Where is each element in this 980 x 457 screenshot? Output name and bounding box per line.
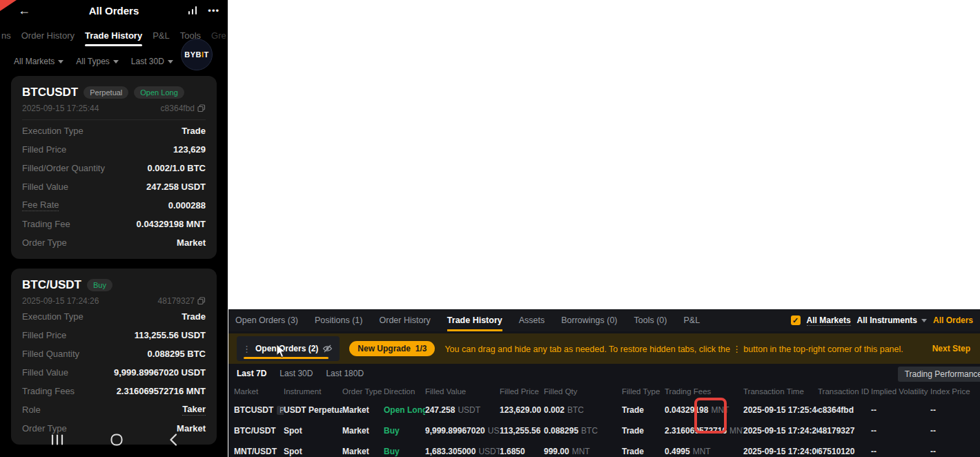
detail-row-filled-order-quantity: Filled/Order Quantity0.002/1.0 BTC [22, 159, 206, 177]
caret-down-icon [921, 319, 927, 322]
all-markets-label[interactable]: All Markets [807, 315, 851, 326]
cell-value: Spot [284, 426, 302, 436]
detail-row-fee-rate: Fee Rate0.000288 [22, 196, 206, 215]
mobile-filter-all-types[interactable]: All Types [76, 57, 118, 66]
mobile-tab-gre[interactable]: Gre [211, 30, 226, 41]
order-badges-0: PerpetualOpen Long [84, 86, 184, 99]
tab-tools-0[interactable]: Tools (0) [634, 315, 667, 325]
copy-icon[interactable] [197, 104, 206, 113]
column-header-instrument: Instrument [284, 387, 342, 396]
mobile-tab-ns[interactable]: ns [1, 30, 11, 41]
detail-row-order-type: Order TypeMarket [22, 233, 206, 252]
table-row[interactable]: MNT/USDTSpotMarketBuy1,683.305000USDT1.6… [228, 441, 980, 457]
table-row[interactable]: BTCUSDTPerpUSDT PerpetualsMarketOpen Lon… [228, 400, 980, 420]
cell-index-price: -- [930, 426, 979, 436]
cell-direction: Buy [384, 426, 425, 436]
tab-order-history[interactable]: Order History [380, 315, 431, 325]
cell-unit: USDT [458, 405, 480, 415]
nav-back-icon[interactable] [169, 434, 177, 446]
detail-value[interactable]: Taker [182, 404, 206, 416]
cell-index-price: -- [930, 405, 979, 415]
tab-positions-1[interactable]: Positions (1) [315, 315, 362, 325]
tab-p-l[interactable]: P&L [683, 315, 700, 325]
column-header-label: Filled Type [622, 387, 660, 396]
copy-icon[interactable] [197, 297, 206, 305]
column-header-transaction-time: Transaction Time [743, 387, 818, 396]
detail-value: 113,255.56 USDT [135, 330, 206, 340]
cell-filled-price: 1.6850 [500, 447, 544, 456]
order-symbol: BTCUSDT [22, 86, 78, 99]
cell-unit: BTC [581, 426, 598, 436]
stats-icon[interactable] [187, 6, 198, 15]
cell-value: -- [871, 405, 876, 415]
time-filter-last-7d[interactable]: Last 7D [237, 369, 266, 378]
recent-apps-icon[interactable] [50, 434, 64, 445]
trading-performance-button[interactable]: Trading Performance [898, 367, 980, 382]
tab-borrowings-0[interactable]: Borrowings (0) [561, 315, 617, 325]
cell-value: 9,999.89967020 [425, 426, 485, 436]
cell-value: 67510120 [818, 447, 854, 456]
time-filter-last-30d[interactable]: Last 30D [280, 369, 313, 378]
detail-value: 9,999.89967020 USDT [114, 367, 206, 378]
cell-unit: BTC [567, 405, 584, 415]
home-icon[interactable] [110, 434, 123, 446]
divider [22, 119, 206, 120]
all-orders-link[interactable]: All Orders [933, 315, 973, 325]
android-nav-bar [0, 422, 228, 457]
column-header-filled-value: Filled Value [425, 387, 500, 396]
corner-accent [0, 0, 17, 11]
tab-trade-history[interactable]: Trade History [447, 315, 502, 325]
drag-handle-icon[interactable]: ⋮ [242, 344, 251, 354]
open-orders-chip[interactable]: ⋮ Open Orders (2) [237, 336, 340, 361]
mobile-tab-p-l[interactable]: P&L [153, 30, 170, 41]
order-id[interactable]: c8364fbd [161, 104, 206, 113]
detail-label: Execution Type [22, 126, 84, 136]
table-row[interactable]: BTC/USDTSpotMarketBuy9,999.89967020USDT1… [228, 420, 980, 441]
all-markets-checkbox[interactable]: ✓ [791, 315, 801, 325]
cell-filled-type: Trade [622, 426, 665, 436]
cell-value: BTCUSDT [234, 405, 273, 415]
detail-label: Filled Quantity [22, 349, 79, 359]
column-header-implied-volatility: Implied Volatility [871, 387, 930, 396]
detail-row-execution-type: Execution TypeTrade [22, 307, 206, 326]
detail-label: Trading Fees [22, 386, 75, 396]
cell-unit: MNT [572, 447, 590, 456]
cell-implied-volatility: -- [871, 405, 930, 415]
all-instruments-select[interactable]: All Instruments [857, 315, 927, 325]
detail-value: 247.258 USDT [146, 182, 206, 192]
cell-value: Market [342, 405, 369, 415]
cell-filled-type: Trade [622, 447, 665, 456]
detail-row-filled-price: Filled Price113,255.56 USDT [22, 326, 206, 344]
detail-label[interactable]: Fee Rate [22, 200, 59, 211]
tab-open-orders-3[interactable]: Open Orders (3) [235, 315, 298, 325]
mobile-filter-last-30d[interactable]: Last 30D [131, 57, 173, 66]
detail-label: Filled Price [22, 330, 66, 340]
caret-down-icon [58, 60, 63, 64]
cell-unit: MNT [729, 426, 743, 436]
hide-tab-eye-icon[interactable] [322, 344, 333, 353]
column-header-trading-fees[interactable]: Trading Fees [665, 387, 743, 396]
next-step-button[interactable]: Next Step [932, 344, 972, 353]
cell-value: 0.088295 [544, 426, 578, 436]
cell-instrument: Spot [284, 447, 342, 456]
detail-label: Filled Value [22, 182, 68, 192]
cell-value: 0.002 [544, 405, 565, 415]
mobile-tab-order-history[interactable]: Order History [21, 30, 75, 41]
more-icon[interactable]: ••• [208, 6, 219, 16]
mobile-app-panel: ← All Orders ••• nsOrder HistoryTrade Hi… [0, 0, 228, 457]
order-id[interactable]: 48179327 [158, 296, 206, 306]
cell-market: BTCUSDTPerp [234, 405, 284, 415]
table-header: MarketInstrumentOrder TypeDirectionFille… [228, 383, 980, 400]
column-header-label: Direction [384, 387, 415, 396]
mobile-tab-trade-history[interactable]: Trade History [85, 30, 142, 41]
mobile-filter-all-markets[interactable]: All Markets [14, 57, 63, 66]
cell-instrument: USDT Perpetuals [284, 405, 342, 415]
order-details-1: Execution TypeTradeFilled Price113,255.5… [22, 307, 206, 438]
detail-label: Execution Type [22, 311, 84, 322]
detail-value: Trade [182, 311, 206, 322]
time-filter-last-180d[interactable]: Last 180D [326, 369, 364, 378]
cell-filled-qty: 0.088295BTC [544, 426, 622, 436]
cell-order-type: Market [342, 405, 384, 415]
detail-value: 0.088295 BTC [147, 349, 206, 359]
tab-assets[interactable]: Assets [519, 315, 545, 325]
